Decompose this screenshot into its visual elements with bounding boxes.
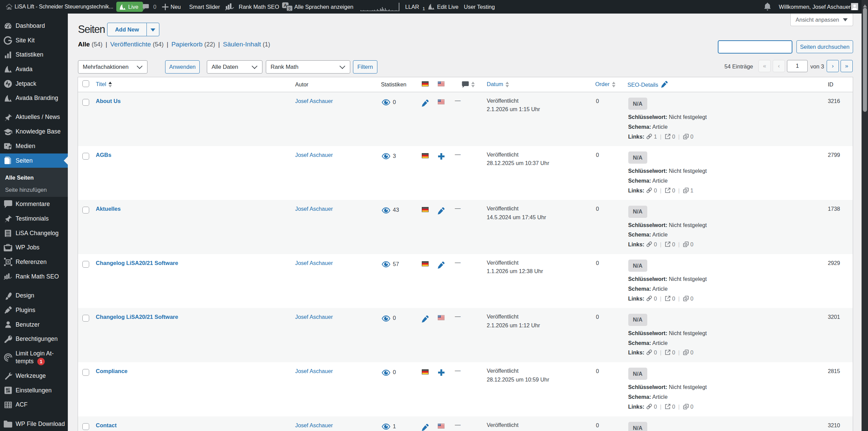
svg-text:文: 文 — [288, 7, 292, 11]
